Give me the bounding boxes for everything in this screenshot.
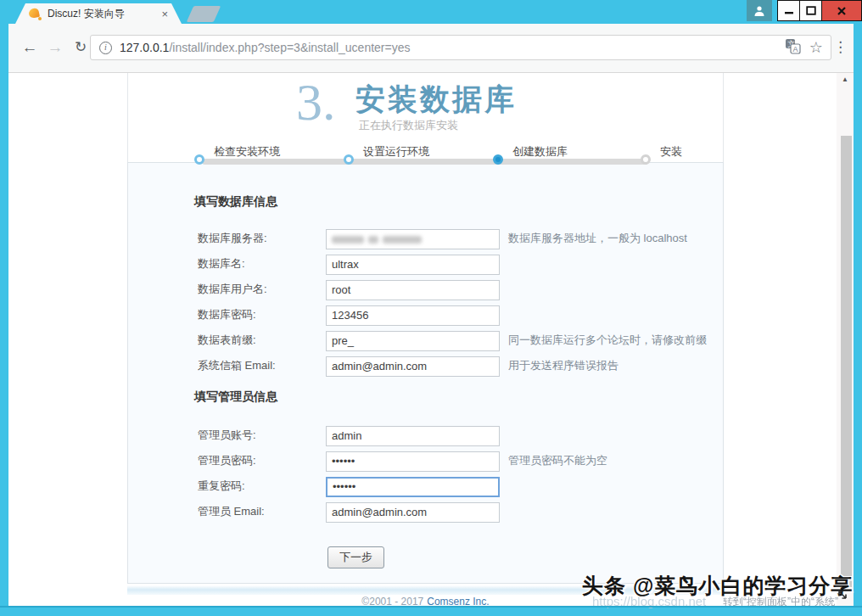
system-email-input[interactable]: admin@admin.com	[326, 356, 500, 377]
table-prefix-input[interactable]: pre_	[326, 331, 500, 351]
form-row: 重复密码: ••••••	[128, 474, 725, 500]
field-label: 数据表前缀:	[198, 328, 325, 351]
field-label: 系统信箱 Email:	[198, 354, 325, 377]
url-host: 127.0.0.1	[120, 41, 169, 54]
translate-icon[interactable]: 文 A	[785, 38, 801, 58]
maximize-icon	[806, 6, 816, 15]
step-label-1: 检查安装环境	[214, 144, 280, 160]
form-row: 管理员 Email: admin@admin.com	[128, 500, 725, 525]
copyright-text: ©2001 - 2017	[361, 596, 423, 606]
form-panel: 填写数据库信息 数据库服务器: 数据库服务器地址，一般为 localhost 数…	[127, 162, 724, 584]
url-bar[interactable]: i 127.0.0.1/install/index.php?step=3&ins…	[90, 35, 831, 60]
form-row: 数据表前缀: pre_ 同一数据库运行多个论坛时，请修改前缀	[128, 328, 725, 354]
db-server-input[interactable]	[326, 229, 500, 249]
field-label: 数据库名:	[198, 252, 325, 275]
page-info-icon[interactable]: i	[99, 42, 112, 54]
reload-icon[interactable]: ↻	[70, 36, 92, 59]
field-label: 重复密码:	[198, 474, 325, 497]
form-row: 数据库密码: 123456	[128, 303, 725, 328]
db-name-input[interactable]: ultrax	[326, 255, 500, 275]
browser-tab[interactable]: Discuz! 安装向导 ×	[15, 3, 182, 24]
field-label: 管理员账号:	[198, 423, 325, 446]
scroll-up-icon[interactable]: ▲	[837, 73, 854, 87]
step-dot-1	[194, 154, 204, 165]
forward-icon[interactable]: →	[44, 36, 66, 59]
url-text[interactable]: 127.0.0.1/install/index.php?step=3&insta…	[120, 41, 785, 54]
redacted-blob	[332, 236, 364, 244]
form-row: 管理员账号: admin	[128, 423, 725, 449]
profile-button[interactable]	[747, 0, 772, 21]
database-rows: 数据库服务器: 数据库服务器地址，一般为 localhost 数据库名: ult…	[128, 227, 725, 379]
titlebar: Discuz! 安装向导 ×	[8, 0, 854, 24]
next-step-button[interactable]: 下一步	[327, 546, 384, 568]
new-tab-button[interactable]	[187, 6, 221, 22]
steps: 检查安装环境设置运行环境创建数据库安装	[128, 73, 725, 175]
admin-user-input[interactable]: admin	[326, 426, 500, 446]
menu-icon[interactable]: ⋮	[833, 38, 847, 56]
field-label: 管理员 Email:	[198, 500, 325, 523]
person-icon	[753, 5, 765, 17]
admin-email-input[interactable]: admin@admin.com	[326, 502, 500, 523]
tab-title: Discuz! 安装向导	[48, 7, 154, 21]
section-heading-database: 填写数据库信息	[194, 194, 277, 210]
close-icon	[837, 6, 847, 16]
form-row: 数据库名: ultrax	[128, 252, 725, 277]
redacted-blob	[368, 236, 378, 244]
maximize-button[interactable]	[799, 0, 821, 21]
db-user-input[interactable]: root	[326, 280, 500, 300]
window-controls	[747, 0, 862, 21]
db-password-input[interactable]: 123456	[326, 305, 500, 326]
admin-password-repeat-input[interactable]: ••••••	[326, 477, 500, 497]
step-label-2: 设置运行环境	[363, 144, 429, 160]
progress-bar	[202, 159, 648, 165]
browser-toolbar: ← → ↻ i 127.0.0.1/install/index.php?step…	[8, 24, 854, 73]
field-hint: 同一数据库运行多个论坛时，请修改前缀	[508, 328, 707, 351]
step-label-3: 创建数据库	[512, 144, 568, 160]
form-row: 数据库服务器: 数据库服务器地址，一般为 localhost	[128, 227, 725, 252]
field-hint: 用于发送程序错误报告	[508, 354, 619, 377]
form-row: 系统信箱 Email: admin@admin.com 用于发送程序错误报告	[128, 354, 725, 379]
step-dot-4	[641, 154, 651, 165]
svg-text:A: A	[792, 45, 798, 53]
minimize-button[interactable]	[777, 0, 799, 21]
redacted-blob	[383, 236, 422, 244]
form-row: 管理员密码: •••••• 管理员密码不能为空	[128, 449, 725, 474]
field-label: 数据库用户名:	[198, 277, 325, 300]
browser-window: Discuz! 安装向导 × ← → ↻ i 127.0.0.1/install…	[0, 0, 862, 616]
step-dot-3	[493, 154, 503, 165]
field-label: 数据库服务器:	[198, 227, 325, 249]
section-heading-admin: 填写管理员信息	[194, 389, 277, 405]
url-path: /install/index.php?step=3&install_ucente…	[169, 41, 410, 54]
vertical-scrollbar[interactable]: ▲	[837, 73, 854, 606]
step-dot-2	[344, 154, 354, 165]
close-button[interactable]	[821, 0, 862, 21]
watermark-main: 头条 @菜鸟小白的学习分享	[582, 572, 853, 600]
field-label: 数据库密码:	[198, 303, 325, 326]
scrollbar-thumb[interactable]	[841, 136, 852, 587]
field-label: 管理员密码:	[198, 449, 325, 472]
install-wizard: 3. 安装数据库 正在执行数据库安装 检查安装环境设置运行环境创建数据库安装 填…	[127, 73, 724, 584]
tab-close-icon[interactable]: ×	[161, 8, 168, 20]
form-row: 数据库用户名: root	[128, 277, 725, 303]
field-hint: 数据库服务器地址，一般为 localhost	[508, 227, 687, 249]
resize-cursor-icon	[837, 589, 848, 604]
minimize-icon	[784, 7, 794, 15]
step-label-4: 安装	[660, 144, 682, 160]
page-content: 3. 安装数据库 正在执行数据库安装 检查安装环境设置运行环境创建数据库安装 填…	[8, 73, 837, 606]
field-hint: 管理员密码不能为空	[508, 449, 607, 472]
window-bottom-edge	[0, 606, 862, 608]
back-icon[interactable]: ←	[19, 36, 41, 59]
admin-password-input[interactable]: ••••••	[326, 451, 500, 472]
bookmark-star-icon[interactable]: ☆	[809, 40, 823, 55]
admin-rows: 管理员账号: admin 管理员密码: •••••• 管理员密码不能为空 重复密…	[128, 423, 725, 525]
discuz-favicon-icon	[29, 8, 42, 20]
company-link[interactable]: Comsenz Inc.	[427, 596, 489, 606]
